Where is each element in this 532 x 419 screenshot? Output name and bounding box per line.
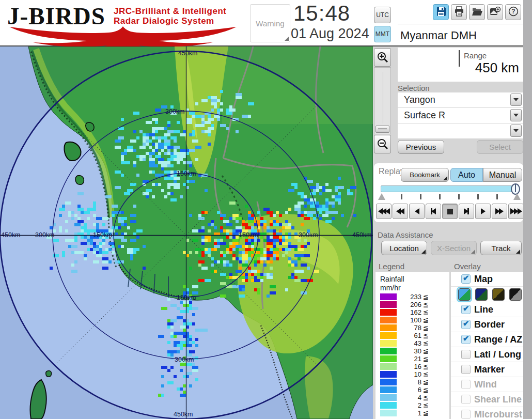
range-ring-label: 300km <box>299 231 318 239</box>
rainfall-legend: Rainfall mm/hr 233≦206≦162≦100≦78≦61≦43≦… <box>375 272 449 419</box>
map-style-swatch-1[interactable] <box>458 288 471 301</box>
timezone-mmt-button[interactable]: MMT <box>374 26 391 42</box>
legend-color-swatch <box>380 379 397 385</box>
overlay-item-map[interactable]: Map <box>451 272 523 287</box>
radar-map[interactable]: 450km300km150km150km300km450km450km300km… <box>0 46 373 419</box>
checkbox-lati-long[interactable] <box>461 350 471 359</box>
overlay-item-lati-long[interactable]: Lati / Long <box>451 347 523 362</box>
step-back-button[interactable] <box>426 204 441 219</box>
leq-symbol: ≦ <box>423 355 429 363</box>
snapshot-button[interactable] <box>487 4 503 20</box>
product-dropdown[interactable]: Surface R <box>398 108 523 123</box>
manual-button[interactable]: Manual <box>483 168 522 182</box>
option-dropdown[interactable] <box>398 123 523 138</box>
option-dropdown-button[interactable] <box>510 125 522 137</box>
zoom-in-button[interactable] <box>374 48 391 67</box>
legend-color-swatch <box>380 355 397 362</box>
map-style-swatch-4[interactable] <box>509 288 522 301</box>
slider-start-marker[interactable] <box>378 193 385 200</box>
radar-map-canvas[interactable]: 450km300km150km150km300km450km450km300km… <box>0 46 373 419</box>
forward-button[interactable] <box>492 204 507 219</box>
product-dropdown-button[interactable] <box>510 109 522 121</box>
range-ring-label: 150km <box>177 170 196 177</box>
legend-color-swatch <box>380 332 397 339</box>
legend-row: 10≦ <box>380 370 447 378</box>
overlay-label: Overlay <box>454 262 481 271</box>
auto-button[interactable]: Auto <box>450 168 483 182</box>
forward-fast-button[interactable] <box>508 204 524 219</box>
replay-slider-track[interactable] <box>381 185 519 192</box>
select-button[interactable]: Select <box>477 140 523 154</box>
legend-row: 206≦ <box>380 301 447 308</box>
track-label: Track <box>492 244 511 253</box>
legend-row: 16≦ <box>380 363 447 370</box>
legend-threshold-value: 30 <box>397 347 421 355</box>
map-style-swatch-3[interactable] <box>492 288 505 301</box>
chevron-down-icon <box>513 98 519 101</box>
previous-button[interactable]: Previous <box>398 140 444 154</box>
leq-symbol: ≦ <box>423 308 429 316</box>
legend-row: 8≦ <box>380 378 447 386</box>
warning-button[interactable]: Warning <box>250 4 290 42</box>
step-forward-button[interactable] <box>459 204 474 219</box>
legend-unit-line2: mm/hr <box>380 284 447 292</box>
range-label: Range <box>464 51 487 60</box>
stop-button[interactable] <box>442 204 458 219</box>
zoom-slider-handle[interactable] <box>375 126 389 133</box>
range-ring-label: 450km <box>1 231 21 239</box>
site-dropdown[interactable]: Yangon <box>398 92 523 107</box>
timezone-utc-button[interactable]: UTC <box>374 7 391 23</box>
help-button[interactable]: ? <box>505 4 521 20</box>
checkbox-line[interactable] <box>461 305 471 314</box>
legend-row: 100≦ <box>380 316 447 324</box>
legend-unit-line1: Rainfall <box>380 275 447 284</box>
site-dropdown-button[interactable] <box>510 94 522 106</box>
legend-threshold-value: 16 <box>397 363 421 370</box>
slider-end-marker[interactable] <box>513 193 521 200</box>
leq-symbol: ≦ <box>423 409 429 417</box>
overlay-item-line[interactable]: Line <box>451 302 523 317</box>
legend-threshold-value: 100 <box>397 316 421 324</box>
track-button[interactable]: Track <box>480 241 522 255</box>
print-button[interactable] <box>451 4 467 20</box>
clock-time: 15:48 <box>293 1 371 26</box>
save-button[interactable] <box>433 4 449 20</box>
legend-threshold-value: 233 <box>397 293 421 301</box>
checkbox-shear-line <box>461 395 471 404</box>
rewind-fast-button[interactable] <box>376 204 392 219</box>
legend-color-swatch <box>380 348 397 354</box>
selection-label: Selection <box>398 84 430 92</box>
zoom-out-button[interactable] <box>374 135 391 153</box>
map-zoom-control <box>374 48 391 153</box>
leq-symbol: ≦ <box>423 347 429 355</box>
overlay-item-marker[interactable]: Marker <box>451 362 523 377</box>
legend-row: 233≦ <box>380 293 447 301</box>
legend-color-swatch <box>380 371 397 378</box>
checkbox-map[interactable] <box>461 274 471 284</box>
legend-color-swatch <box>380 386 397 393</box>
bookmark-corner-notch <box>443 176 447 180</box>
open-folder-button[interactable] <box>469 4 485 20</box>
x-section-button[interactable]: X-Section <box>431 241 477 255</box>
legend-color-swatch <box>380 394 397 401</box>
overlay-item-range-az[interactable]: Range / AZ <box>451 332 523 347</box>
checkbox-range-az[interactable] <box>461 335 471 344</box>
zoom-slider-track[interactable] <box>374 67 391 134</box>
bookmark-button[interactable]: Bookmark <box>401 168 449 182</box>
overlay-item-border[interactable]: Border <box>451 317 523 332</box>
checkbox-border[interactable] <box>461 320 471 329</box>
leq-symbol: ≦ <box>423 293 429 301</box>
leq-symbol: ≦ <box>423 401 429 409</box>
map-style-swatch-2[interactable] <box>475 288 488 301</box>
play-reverse-button[interactable] <box>409 204 425 219</box>
play-button[interactable] <box>475 204 491 219</box>
location-button[interactable]: Location <box>381 241 427 255</box>
checkbox-marker[interactable] <box>461 365 471 374</box>
leq-symbol: ≦ <box>423 386 429 394</box>
range-ring-label: 300km <box>35 231 55 239</box>
rewind-button[interactable] <box>393 204 408 219</box>
checkbox-wind <box>461 380 471 389</box>
bookmark-label: Bookmark <box>410 171 440 179</box>
range-ring-label: 150km <box>239 231 258 239</box>
leq-symbol: ≦ <box>423 332 429 339</box>
